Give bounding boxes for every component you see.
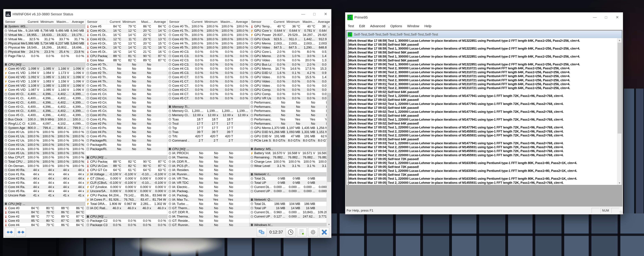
maximize-icon[interactable]: □ — [309, 9, 320, 19]
sensor-row[interactable]: Core #2 Ra...44 x44 x44 x44 x — [4, 176, 85, 181]
sensor-row[interactable]: Core #3 Di...15 °C13 °C20 °C15 °C — [86, 41, 167, 46]
scrollbar-thumb[interactable] — [618, 43, 621, 134]
sensor-row[interactable]: GPU Core L...2.0 %0.0 %8.0 %0.5 % — [250, 50, 331, 54]
sensor-row[interactable]: Core #4 Cri...NoNoNo — [86, 105, 167, 109]
sensor-row[interactable]: Core #4 C7...0.0 %0.0 %0.0 %0.0 % — [168, 92, 249, 96]
sensor-row[interactable]: Core #0 Th...NoNoNo — [86, 62, 167, 67]
sensor-row[interactable]: Core #2 C3...0.0 %0.0 %0.0 %0.0 % — [168, 58, 249, 62]
sensor-row[interactable]: Core #0 Cl...4,400....4,396....4,402....… — [4, 92, 85, 96]
sensor-row[interactable]: Core #5 VID1.087 V1.085 V1.160 V1.096 V — [4, 88, 85, 92]
close-icon[interactable]: ✕ — [320, 9, 331, 19]
menu-window[interactable]: Window — [404, 24, 422, 28]
column-header-average[interactable]: Average — [152, 20, 167, 23]
sensor-row[interactable]: Core #3 Th...NoNoNo — [86, 75, 167, 79]
sensor-row[interactable]: GPU Memo...2,003....2,003....2,003....2,… — [250, 41, 331, 46]
sensor-row[interactable]: Core #2 Cri...NoNoNo — [86, 96, 167, 101]
sensor-row[interactable]: System Age...800.0 ...799.4 ...800.4 ...… — [4, 126, 85, 130]
sensor-row[interactable]: GPU Video ...847.5 ...847.5 ...1,290....… — [250, 46, 331, 50]
sensor-row[interactable]: Trp17 T17 T17 T — [168, 126, 249, 130]
sensor-row[interactable]: Current DL ...0.000 ...0.000 ...0.000 ..… — [250, 185, 331, 189]
column-header-minimum[interactable]: Minimum — [40, 20, 55, 23]
sensor-row[interactable]: Tcas18 T18 T18 T — [168, 117, 249, 122]
sensor-row[interactable]: Tras39 T39 T39 T — [168, 130, 249, 134]
sensor-row[interactable]: Charge Level100.0 %100.0 %100.0 %100.0 % — [250, 160, 331, 164]
sensor-row[interactable]: GPU Memo...2.0 %1.0 %3.0 %1.4 % — [250, 54, 331, 58]
section-header-row[interactable]: System: MS... — [4, 24, 85, 29]
sensor-row[interactable]: Ring/LLC Cl...4,100....4,097....4,102...… — [4, 121, 85, 126]
sensor-row[interactable]: Core #1 Po...NoNoNo — [86, 117, 167, 122]
panel-scrollbar[interactable]: ▲▼ — [326, 24, 331, 226]
sensor-row[interactable]: CPU Package88 °C81 °C90 °C87 °C — [86, 54, 167, 58]
sensor-row[interactable]: Core #3 Th...100.0 %100.0 %100.0 %100.0 … — [168, 37, 249, 41]
sensor-row[interactable]: Core #3 Ra...44 x44 x44 x44 x — [4, 180, 85, 185]
column-header-current[interactable]: Current — [271, 20, 286, 23]
section-header-row[interactable]: CPU [#0]: ... — [86, 155, 167, 160]
sensor-row[interactable]: PCIe Link S...8.0 GT/s8.0 GT/s8.0 GT/s8.… — [250, 138, 331, 143]
sensor-row[interactable]: IA: Electric...NoNoNo — [168, 185, 249, 189]
section-header-row[interactable]: CPU [#0]: ... — [4, 62, 85, 67]
sensor-row[interactable]: CPU GT Co...64 °C61 °C64 °C63 °C — [86, 168, 167, 172]
sensor-row[interactable]: Package/Ri...NoNoNo — [86, 147, 167, 151]
column-header-minimum[interactable]: Minimum — [204, 20, 219, 23]
sensor-row[interactable]: Core #5 Cl...4,400....4,396....4,402....… — [4, 113, 85, 117]
sensor-row[interactable]: GPU Core V...0.644 V0.644 V0.781 V0.644 … — [250, 29, 331, 33]
close-icon[interactable]: ✕ — [612, 13, 623, 22]
sensor-row[interactable]: Core #2 Us...100.0 %100.0 %100.0 %100.0 … — [4, 138, 85, 143]
sensor-row[interactable]: Core #5 Cri...NoNoNo — [86, 109, 167, 113]
sensor-row[interactable]: Core #0 Di...16 °C12 °C20 °C14 °C — [86, 29, 167, 33]
sensor-row[interactable]: GT: Reside...NoNoNo — [168, 219, 249, 223]
sensor-row[interactable]: CPU Package88 °C82 °C90 °C87 °C — [86, 160, 167, 164]
sensor-row[interactable]: GPU Power29.837...29.529...34.297...29.8… — [250, 33, 331, 37]
scroll-up-icon[interactable]: ▲ — [617, 38, 622, 42]
sensor-row[interactable]: Core #3 Us...100.0 %100.0 %100.0 %100.0 … — [4, 143, 85, 147]
sensor-row[interactable]: GPU Video ...0.0 %0.0 %0.0 %0.0 % — [250, 79, 331, 84]
sensor-row[interactable]: GT (Unslice...0.000 V0.000 V0.000 V0.000… — [86, 185, 167, 189]
sensor-row[interactable]: Wear Level3.1 %3.1 %3.1 %3.1 % — [250, 164, 331, 168]
sensor-row[interactable]: Core #2 VID1.092 V1.085 V1.161 V1.096 V — [4, 75, 85, 79]
menu-test[interactable]: Test — [345, 24, 356, 28]
maximize-icon[interactable]: □ — [600, 13, 612, 22]
scroll-down-icon[interactable]: ▼ — [327, 222, 331, 226]
sensor-row[interactable]: GPU Comp...0.0 %0.0 %0.0 %0.0 % — [250, 92, 331, 96]
sensor-row[interactable]: IA: DDR R...NoNoNo — [168, 160, 249, 164]
collapse-columns-button[interactable] — [16, 227, 26, 237]
sensor-row[interactable]: Core #1 Th...100.0 %100.0 %100.0 %100.0 … — [168, 29, 249, 33]
log-scrollbar[interactable]: ▲ ▼ — [617, 38, 622, 185]
column-header-sensor[interactable]: Sensor — [250, 20, 271, 23]
sensor-row[interactable]: Core #2 Po...NoNoNo — [86, 121, 167, 126]
minimize-icon[interactable]: — — [298, 9, 309, 19]
sensor-row[interactable]: Core #5 Th...NoNoNo — [86, 84, 167, 88]
sensor-row[interactable]: Core #4 Ra...44 x44 x44 x44 x — [4, 185, 85, 189]
sensor-row[interactable]: Performanc...NoNoNoNo — [250, 113, 331, 117]
sensor-row[interactable]: GPU Video ...0.0 %0.0 %15.5 %1.4 % — [250, 75, 331, 79]
sensor-row[interactable]: Core #0 C3...0.0 %0.0 %0.0 %0.0 % — [168, 50, 249, 54]
sensor-row[interactable]: Core #2 C7...0.0 %0.0 %0.0 %0.0 % — [168, 84, 249, 88]
sensor-row[interactable]: Page File U...0.0 %0.0 %0.0 %0.0 % — [4, 54, 85, 58]
sensor-row[interactable]: CPU IA Cores88 °C82 °C90 °C87 °C — [86, 164, 167, 168]
sensor-row[interactable]: Core #5 Us...100.0 %100.0 %100.0 %100.0 … — [4, 151, 85, 155]
sensor-row[interactable]: GPU VR Us...0.0 %0.0 %0.0 %0.0 % — [250, 96, 331, 101]
sensor-row[interactable]: Core #4 Po...NoNoNo — [86, 130, 167, 134]
report-button[interactable] — [297, 227, 307, 237]
sensor-row[interactable]: Core #1 Cri...NoNoNo — [86, 92, 167, 96]
worker-log[interactable]: [Work thread Mar 17 08:59] Test 1, 30000… — [346, 38, 617, 185]
sensor-row[interactable]: Core #3 VID1.108 V1.083 V1.156 V1.096 V — [4, 79, 85, 84]
sensor-row[interactable]: IA: Therma...NoNoNo — [168, 214, 249, 219]
section-header-row[interactable]: CPU [#0]: ... — [168, 147, 249, 151]
sensor-row[interactable]: Core #4 Th...NoNoNo — [86, 79, 167, 84]
sensor-row[interactable]: Package/Ri...NoNoNo — [86, 143, 167, 147]
column-header-minimum[interactable]: Minimum — [122, 20, 137, 23]
sensor-row[interactable]: Core #1 Us...100.0 %100.0 %100.0 %100.0 … — [4, 134, 85, 138]
sensor-row[interactable]: Memory Cl...1,200....1,199....1,200....1… — [168, 109, 249, 113]
sensor-row[interactable]: Core #3 C7...0.0 %0.0 %0.0 %0.0 % — [168, 88, 249, 92]
column-header-average[interactable]: Average — [316, 20, 331, 23]
sensor-row[interactable]: IA: Packag...NoNoNo — [168, 189, 249, 193]
sensor-row[interactable]: Total DL0 MB0 MB0 MB — [250, 176, 331, 181]
settings-button[interactable] — [308, 227, 318, 237]
sensor-row[interactable]: Core #4 C3...0.0 %0.0 %0.0 %0.0 % — [168, 67, 249, 71]
sensor-row[interactable]: Core #0 Th...100.0 %100.0 %100.0 %100.0 … — [168, 24, 249, 29]
sensor-row[interactable]: GPU Bus Lo...0.0 %0.0 %2.0 %0.0 % — [250, 62, 331, 67]
column-header-maxi[interactable]: Maxi... — [137, 20, 152, 23]
sensor-row[interactable]: Performanc...YesYesYesYes — [250, 117, 331, 122]
sensor-row[interactable]: GT: DDR R...NoNoNo — [168, 210, 249, 214]
